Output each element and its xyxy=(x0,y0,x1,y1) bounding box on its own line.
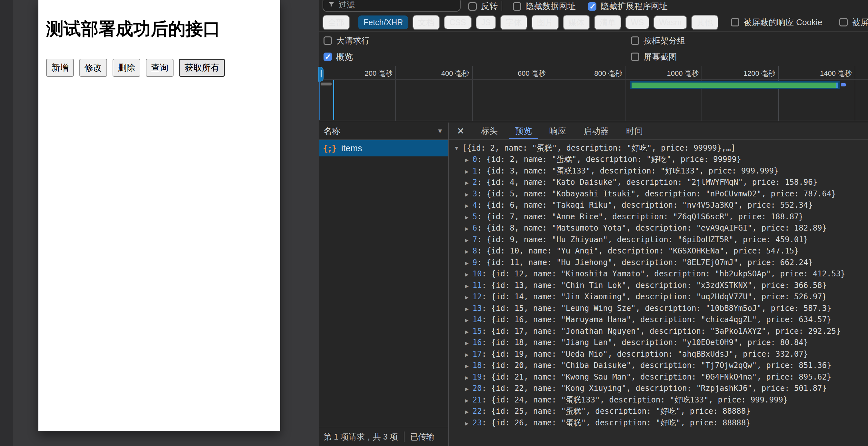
json-array-item-row[interactable]: 15 : {id: 17, name: "Jonathan Nguyen", d… xyxy=(449,325,868,337)
json-array-item-row[interactable]: 23 : {id: 26, name: "蛋糕", description: "… xyxy=(449,417,868,428)
expand-caret-icon[interactable] xyxy=(465,166,472,176)
json-array-item-row[interactable]: 20 : {id: 22, name: "Kong Xiuying", desc… xyxy=(449,383,868,394)
json-array-item-row[interactable]: 7 : {id: 9, name: "Hu Zhiyuan", descript… xyxy=(449,234,868,246)
page-action-button[interactable]: 修改 xyxy=(79,59,107,77)
expand-caret-icon[interactable] xyxy=(465,418,472,427)
expand-caret-icon[interactable] xyxy=(465,384,472,393)
expand-caret-icon[interactable] xyxy=(465,281,472,290)
expand-caret-icon[interactable] xyxy=(465,315,472,324)
json-array-item-row[interactable]: 13 : {id: 15, name: "Leung Wing Sze", de… xyxy=(449,302,868,314)
overview-drag-handle[interactable] xyxy=(318,67,323,82)
json-array-item-row[interactable]: 5 : {id: 7, name: "Anne Rice", descripti… xyxy=(449,211,868,223)
json-array-item-row[interactable]: 4 : {id: 6, name: "Takagi Riku", descrip… xyxy=(449,200,868,211)
json-array-item-row[interactable]: 19 : {id: 21, name: "Kwong Sau Man", des… xyxy=(449,371,868,383)
request-type-chip[interactable]: 字体 xyxy=(500,15,527,30)
expand-caret-icon[interactable] xyxy=(465,338,472,347)
json-array-item-row[interactable]: 1 : {id: 3, name: "蛋糕133", description: … xyxy=(449,165,868,177)
json-array-item-row[interactable]: 17 : {id: 19, name: "Ueda Mio", descript… xyxy=(449,348,868,360)
json-array-item-row[interactable]: 9 : {id: 11, name: "Hu Jiehong", descrip… xyxy=(449,257,868,268)
json-array-item-row[interactable]: 12 : {id: 14, name: "Jin Xiaoming", desc… xyxy=(449,291,868,303)
expand-caret-icon[interactable] xyxy=(465,373,472,382)
json-array-item-row[interactable]: 3 : {id: 5, name: "Kobayashi Itsuki", de… xyxy=(449,188,868,200)
request-type-chip[interactable]: WS xyxy=(625,15,649,29)
request-type-chip[interactable]: 其他 xyxy=(691,15,718,30)
detail-tab[interactable]: 标头 xyxy=(472,123,506,139)
hide-data-urls-checkbox[interactable] xyxy=(513,2,521,11)
expand-caret-icon[interactable] xyxy=(465,292,472,301)
json-array-item-row[interactable]: 14 : {id: 16, name: "Maruyama Hana", des… xyxy=(449,314,868,326)
blocked-requests-checkbox[interactable] xyxy=(839,18,848,27)
page-action-button[interactable]: 查询 xyxy=(146,59,174,77)
name-column-header[interactable]: 名称 ▼ xyxy=(319,123,448,140)
json-array-item-row[interactable]: 8 : {id: 10, name: "Yu Anqi", descriptio… xyxy=(449,246,868,257)
network-overview-timeline[interactable]: 200 毫秒400 毫秒600 毫秒800 毫秒1000 毫秒1200 毫秒14… xyxy=(319,66,868,121)
expand-caret-icon[interactable] xyxy=(465,223,472,232)
json-array-item-row[interactable]: 18 : {id: 20, name: "Chiba Daisuke", des… xyxy=(449,360,868,372)
overview-checkbox[interactable] xyxy=(323,53,332,61)
json-array-item-row[interactable]: 16 : {id: 18, name: "Jiang Lan", descrip… xyxy=(449,337,868,349)
json-item-text: : {id: 13, name: "Chin Tin Lok", descrip… xyxy=(482,281,827,290)
request-type-chip[interactable]: JS xyxy=(476,15,496,29)
request-type-chip[interactable]: CSS xyxy=(444,15,471,29)
request-type-chip[interactable]: 文档 xyxy=(412,15,440,30)
json-item-index: 10 xyxy=(472,269,482,278)
expand-caret-icon[interactable] xyxy=(465,395,472,405)
devtools-network-panel: 过滤 反转 隐藏数据网址 隐藏扩展程序网址 全部 Fetch/XHR文档CSSJ… xyxy=(319,0,868,446)
group-by-frame-checkbox[interactable] xyxy=(631,36,639,45)
json-array-item-row[interactable]: 0 : {id: 2, name: "蛋糕", description: "好吃… xyxy=(449,154,868,165)
expand-caret-icon[interactable] xyxy=(465,246,472,255)
expand-caret-icon[interactable] xyxy=(465,212,472,221)
expand-caret-icon[interactable] xyxy=(465,235,472,244)
detail-tab[interactable]: 响应 xyxy=(540,123,575,139)
json-array-item-row[interactable]: 2 : {id: 4, name: "Kato Daisuke", descri… xyxy=(449,177,868,188)
request-type-chip[interactable]: Fetch/XHR xyxy=(358,15,408,29)
expand-caret-icon[interactable] xyxy=(465,327,472,336)
json-array-item-row[interactable]: 11 : {id: 13, name: "Chin Tin Lok", desc… xyxy=(449,280,868,291)
page-action-button[interactable]: 新增 xyxy=(46,59,74,77)
screenshots-checkbox[interactable] xyxy=(631,53,639,61)
big-request-rows-checkbox[interactable] xyxy=(323,36,332,45)
request-type-chip[interactable]: 图片 xyxy=(532,15,559,30)
detail-tab[interactable]: 时间 xyxy=(617,123,652,139)
json-array-item-row[interactable]: 10 : {id: 12, name: "Kinoshita Yamato", … xyxy=(449,268,868,280)
json-array-item-row[interactable]: 6 : {id: 8, name: "Matsumoto Yota", desc… xyxy=(449,223,868,234)
expand-caret-icon[interactable] xyxy=(465,189,472,198)
divider xyxy=(502,1,502,11)
close-icon[interactable]: ✕ xyxy=(449,126,472,136)
invert-label: 反转 xyxy=(481,1,498,12)
json-item-text: : {id: 24, name: "蛋糕133", description: "… xyxy=(482,395,788,405)
json-array-item-row[interactable]: 22 : {id: 25, name: "蛋糕", description: "… xyxy=(449,406,868,417)
request-type-chip[interactable]: 媒体 xyxy=(563,15,590,30)
request-row-items[interactable]: {;} items xyxy=(319,140,448,156)
blocked-cookies-checkbox[interactable] xyxy=(731,18,739,27)
filter-input[interactable]: 过滤 xyxy=(322,0,461,11)
expand-caret-icon[interactable] xyxy=(465,178,472,187)
expand-caret-icon[interactable] xyxy=(465,200,472,210)
json-array-item-row[interactable]: 21 : {id: 24, name: "蛋糕133", description… xyxy=(449,394,868,406)
chip-all[interactable]: 全部 xyxy=(322,15,350,30)
expand-caret-icon[interactable] xyxy=(465,304,472,313)
collapse-caret-icon[interactable]: ▼ xyxy=(455,145,458,151)
page-action-button[interactable]: 删除 xyxy=(113,59,140,77)
request-timing-bar-tip xyxy=(836,83,838,88)
request-type-chip[interactable]: Wasm xyxy=(653,15,687,29)
json-item-text: : {id: 12, name: "Kinoshita Yamato", des… xyxy=(482,269,845,278)
expand-caret-icon[interactable] xyxy=(465,407,472,416)
page-action-button[interactable]: 获取所有 xyxy=(179,59,225,77)
request-timing-bar[interactable] xyxy=(630,81,840,89)
detail-tab[interactable]: 预览 xyxy=(506,123,540,139)
invert-checkbox[interactable] xyxy=(468,2,477,11)
json-root-line[interactable]: ▼ [{id: 2, name: "蛋糕", description: "好吃"… xyxy=(449,142,868,154)
hide-extension-urls-label: 隐藏扩展程序网址 xyxy=(600,1,668,12)
expand-caret-icon[interactable] xyxy=(465,258,472,267)
expand-caret-icon[interactable] xyxy=(465,269,472,278)
timeline-tick: 200 毫秒 xyxy=(319,66,396,121)
expand-caret-icon[interactable] xyxy=(465,350,472,359)
expand-caret-icon[interactable] xyxy=(465,361,472,370)
detail-tab[interactable]: 启动器 xyxy=(575,123,617,139)
page-title: 测试部署成功后的接口 xyxy=(38,0,280,39)
request-type-chip[interactable]: 清单 xyxy=(594,15,621,30)
hide-extension-urls-checkbox[interactable] xyxy=(588,2,596,11)
expand-caret-icon[interactable] xyxy=(465,155,472,164)
preview-json-tree[interactable]: ▼ [{id: 2, name: "蛋糕", description: "好吃"… xyxy=(449,140,868,446)
